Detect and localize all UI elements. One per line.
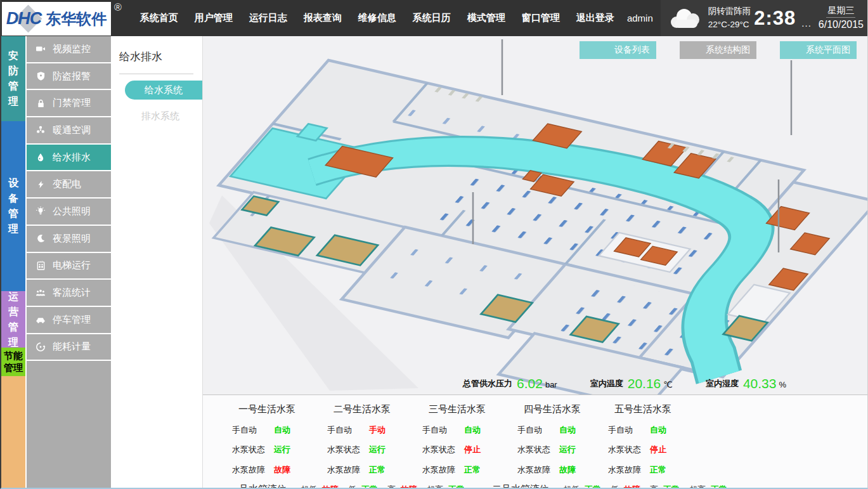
energy-icon (35, 342, 46, 352)
nav-item-home[interactable]: 系统首页 (132, 6, 186, 30)
sidebar-item-water-supply-drainage[interactable]: 给水排水 (27, 145, 111, 172)
tank-2: 二号水箱液位 超低正常 低故障 高正常 超高正常 (474, 483, 737, 489)
moon-icon (35, 233, 46, 244)
logo-company-name: 东华软件 (46, 9, 107, 29)
registered-mark: ® (114, 2, 122, 13)
sidebar-item-power-distribution[interactable]: 变配电 (27, 171, 111, 199)
metrics-row: 总管供水压力 6.02 bar 室内温度 20.16 ℃ 室内湿度 40.33 … (463, 376, 786, 391)
nav-item-run-log[interactable]: 运行日志 (241, 6, 295, 30)
nav-item-users[interactable]: 用户管理 (186, 6, 241, 30)
elevator-icon (35, 261, 46, 271)
floor-plan-3d (203, 36, 868, 394)
pump-column-1: 一号生活水泵 手自动自动 水泵状态运行 水泵故障故障 (230, 403, 325, 476)
weather-condition: 阴转雷阵雨 (708, 5, 751, 18)
system-structure-button[interactable]: 系统结构图 (680, 41, 756, 59)
clock-time: 2:38 (754, 7, 796, 30)
date-label: 6/10/2015 (819, 18, 864, 32)
sidebar-category-equipment: 设备管理 (1, 121, 25, 291)
sidebar-category-strip: 安防管理 设备管理 运营管理 节能管理 (1, 36, 25, 489)
submenu-item-drainage[interactable]: 排水系统 (111, 110, 202, 122)
weather-text: 阴转雷阵雨 22°C-29°C (708, 5, 751, 32)
sidebar-item-video-monitoring[interactable]: 视频监控 (27, 36, 111, 63)
device-list-button[interactable]: 设备列表 (580, 41, 656, 59)
shield-icon (35, 71, 46, 81)
lock-icon (35, 98, 46, 108)
sidebar-item-energy-metering[interactable]: 能耗计量 (27, 334, 111, 362)
sidebar-item-hvac[interactable]: 暖通空调 (27, 117, 111, 145)
nav-item-windows[interactable]: 窗口管理 (514, 6, 568, 30)
nav-item-modes[interactable]: 模式管理 (459, 6, 514, 30)
submenu-panel: 给水排水 给水系统 排水系统 (111, 36, 203, 489)
sidebar-menu: 视频监控 防盗报警 门禁管理 暖通空调 给水排水 变配电 公共照明 (25, 36, 111, 489)
pump-column-2: 二号生活水泵 手自动手动 水泵状态运行 水泵故障正常 (325, 403, 420, 476)
pump-columns: 一号生活水泵 手自动自动 水泵状态运行 水泵故障故障 二号生活水泵 手自动手动 … (230, 403, 867, 476)
sidebar-menu-filler (27, 361, 111, 489)
sidebar-item-access-control[interactable]: 门禁管理 (27, 90, 111, 117)
people-icon (35, 288, 46, 298)
car-icon (35, 315, 46, 325)
top-nav: 系统首页 用户管理 运行日志 报表查询 维修信息 系统日历 模式管理 窗口管理 … (132, 6, 623, 30)
bulb-icon (35, 206, 46, 216)
top-bar: DHC 东华软件 ® 系统首页 用户管理 运行日志 报表查询 维修信息 系统日历… (1, 0, 867, 36)
nav-item-maintenance[interactable]: 维修信息 (350, 6, 405, 30)
weather-clock-panel: 阴转雷阵雨 22°C-29°C 2:38 ... 星期三 6/10/2015 (661, 0, 867, 36)
main-view: 设备列表 系统结构图 系统平面图 总管供水压力 6.02 bar 室内温度 20… (203, 36, 867, 489)
submenu-item-water-supply[interactable]: 给水系统 (125, 81, 202, 100)
nav-item-logout[interactable]: 退出登录 (568, 6, 623, 30)
sidebar-category-security: 安防管理 (1, 36, 25, 121)
metric-supply-pressure: 总管供水压力 6.02 bar (463, 376, 557, 391)
sidebar-item-parking[interactable]: 停车管理 (27, 307, 111, 334)
metric-indoor-humidity: 室内湿度 40.33 % (706, 376, 786, 391)
nav-item-calendar[interactable]: 系统日历 (405, 6, 459, 30)
logged-in-user: admin (627, 13, 653, 23)
lightning-icon (35, 179, 46, 190)
sidebar-category-operations: 运营管理 (1, 291, 25, 348)
sidebar-item-elevator[interactable]: 电梯运行 (27, 253, 111, 280)
bms-window: DHC 东华软件 ® 系统首页 用户管理 运行日志 报表查询 维修信息 系统日历… (0, 0, 868, 489)
sidebar-item-night-lighting[interactable]: 夜景照明 (27, 226, 111, 253)
pump-column-3: 三号生活水泵 手自动自动 水泵状态停止 水泵故障正常 (420, 403, 515, 476)
water-drop-icon (35, 152, 46, 162)
view-buttons: 设备列表 系统结构图 系统平面图 (580, 41, 857, 59)
sidebar-item-public-lighting[interactable]: 公共照明 (27, 199, 111, 226)
sidebar-item-burglar-alarm[interactable]: 防盗报警 (27, 63, 111, 91)
tank-level-row: 一号水箱液位 超低故障 低正常 高故障 超高正常 二号水箱液位 超低正常 低故障… (230, 483, 867, 489)
system-plan-button[interactable]: 系统平面图 (780, 41, 857, 59)
nav-item-reports[interactable]: 报表查询 (295, 6, 350, 30)
fan-icon (35, 125, 46, 135)
date-block: 星期三 6/10/2015 (819, 4, 864, 32)
sidebar-category-filler (1, 376, 25, 489)
submenu-title: 给水排水 (111, 36, 202, 64)
tank-1: 一号水箱液位 超低故障 低正常 高故障 超高正常 (230, 483, 474, 489)
pump-status-panel: 一号生活水泵 手自动自动 水泵状态运行 水泵故障故障 二号生活水泵 手自动手动 … (203, 394, 867, 489)
pump-column-5: 五号生活水泵 手自动自动 水泵状态停止 水泵故障正常 (606, 403, 698, 476)
clock-suffix: ... (801, 18, 812, 29)
dhc-logo: DHC 东华软件 (2, 2, 111, 36)
pump-column-4: 四号生活水泵 手自动自动 水泵状态运行 水泵故障故障 (515, 403, 606, 476)
camera-icon (35, 44, 46, 54)
submenu-divider (119, 74, 193, 74)
weekday-label: 星期三 (826, 4, 855, 18)
sidebar-category-energy: 节能管理 (1, 348, 25, 376)
cloud-icon (667, 6, 703, 31)
metric-indoor-temperature: 室内温度 20.16 ℃ (590, 376, 673, 391)
weather-temp-range: 22°C-29°C (708, 18, 751, 32)
logo-dhc-text: DHC (6, 9, 42, 29)
sidebar-item-passenger-flow[interactable]: 客流统计 (27, 280, 111, 307)
